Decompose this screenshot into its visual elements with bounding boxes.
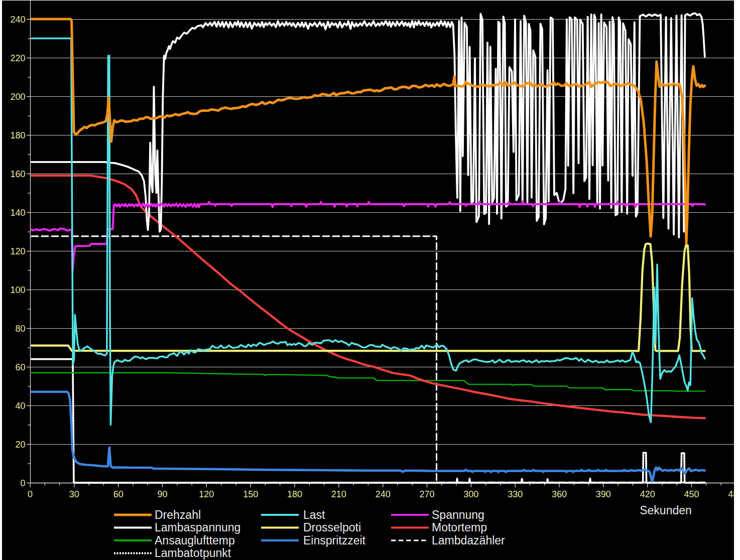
svg-text:270: 270 <box>419 489 434 499</box>
svg-text:90: 90 <box>157 489 167 499</box>
svg-text:330: 330 <box>508 489 523 499</box>
svg-text:360: 360 <box>552 489 567 499</box>
svg-text:0: 0 <box>28 489 33 499</box>
svg-text:300: 300 <box>463 489 478 499</box>
svg-text:Ansauglufttemp: Ansauglufttemp <box>155 534 235 547</box>
svg-text:Motortemp: Motortemp <box>432 521 487 534</box>
svg-text:180: 180 <box>287 489 302 499</box>
svg-text:Einspritzzeit: Einspritzzeit <box>303 534 366 547</box>
svg-text:40: 40 <box>15 401 25 411</box>
svg-text:390: 390 <box>596 489 611 499</box>
svg-text:140: 140 <box>10 208 25 218</box>
svg-text:180: 180 <box>10 130 25 141</box>
svg-text:80: 80 <box>15 324 25 334</box>
svg-text:Lambdazähler: Lambdazähler <box>432 534 505 547</box>
svg-text:20: 20 <box>15 440 25 450</box>
svg-text:Last: Last <box>303 508 325 521</box>
svg-text:Drosselpoti: Drosselpoti <box>303 521 361 534</box>
svg-text:0: 0 <box>20 478 25 488</box>
svg-text:220: 220 <box>10 53 25 63</box>
svg-text:120: 120 <box>199 489 214 499</box>
svg-text:160: 160 <box>10 169 25 179</box>
svg-text:100: 100 <box>10 285 25 295</box>
svg-text:240: 240 <box>376 489 391 499</box>
svg-text:200: 200 <box>10 92 25 102</box>
svg-text:30: 30 <box>69 489 79 499</box>
svg-text:120: 120 <box>10 246 25 256</box>
svg-text:210: 210 <box>331 489 346 499</box>
svg-text:420: 420 <box>640 489 655 499</box>
svg-text:Lambatotpunkt: Lambatotpunkt <box>155 546 231 559</box>
svg-text:240: 240 <box>10 15 25 25</box>
svg-text:60: 60 <box>113 489 124 499</box>
svg-text:Spannung: Spannung <box>432 508 484 521</box>
svg-text:60: 60 <box>15 362 25 372</box>
svg-text:Sekunden: Sekunden <box>640 504 692 517</box>
svg-text:150: 150 <box>243 489 258 499</box>
svg-text:450: 450 <box>684 489 699 499</box>
svg-text:Lambaspannung: Lambaspannung <box>155 521 240 534</box>
svg-text:Drehzahl: Drehzahl <box>155 508 201 521</box>
